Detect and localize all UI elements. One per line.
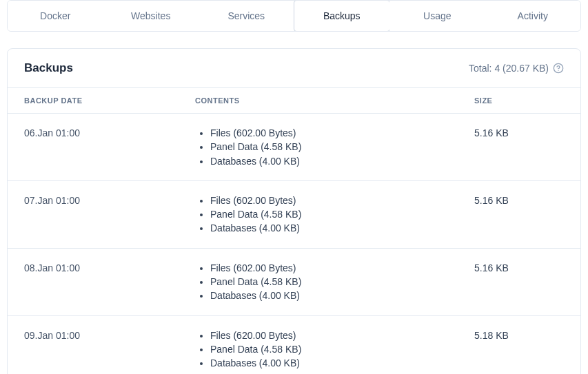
table-row[interactable]: 06.Jan 01:00Files (602.00 Bytes)Panel Da… xyxy=(8,114,580,181)
tab-activity[interactable]: Activity xyxy=(485,1,581,31)
tab-websites[interactable]: Websites xyxy=(103,1,199,31)
list-item: Files (602.00 Bytes) xyxy=(210,194,474,207)
backup-size: 5.16 KB xyxy=(474,126,564,168)
backups-panel: Backups Total: 4 (20.67 KB) BACKUP DATE … xyxy=(7,48,581,374)
backup-size: 5.18 KB xyxy=(474,329,564,371)
list-item: Databases (4.00 KB) xyxy=(210,221,474,235)
tab-services[interactable]: Services xyxy=(199,1,294,31)
list-item: Databases (4.00 KB) xyxy=(210,154,474,168)
column-header-date: BACKUP DATE xyxy=(24,96,195,105)
table-row[interactable]: 07.Jan 01:00Files (602.00 Bytes)Panel Da… xyxy=(8,181,580,249)
backup-date: 08.Jan 01:00 xyxy=(24,261,195,303)
column-headers: BACKUP DATE CONTENTS SIZE xyxy=(8,88,580,114)
backup-contents: Files (620.00 Bytes)Panel Data (4.58 KB)… xyxy=(195,329,474,371)
backup-date: 06.Jan 01:00 xyxy=(24,126,195,168)
backup-date: 07.Jan 01:00 xyxy=(24,194,195,236)
total-text: Total: 4 (20.67 KB) xyxy=(469,63,549,74)
list-item: Databases (4.00 KB) xyxy=(210,356,474,370)
list-item: Databases (4.00 KB) xyxy=(210,289,474,302)
list-item: Files (602.00 Bytes) xyxy=(210,261,474,275)
table-row[interactable]: 08.Jan 01:00Files (602.00 Bytes)Panel Da… xyxy=(8,249,580,316)
backup-date: 09.Jan 01:00 xyxy=(24,329,195,371)
tab-usage[interactable]: Usage xyxy=(389,1,485,31)
backup-contents: Files (602.00 Bytes)Panel Data (4.58 KB)… xyxy=(195,126,474,168)
panel-title: Backups xyxy=(24,61,73,75)
column-header-contents: CONTENTS xyxy=(195,96,474,105)
list-item: Panel Data (4.58 KB) xyxy=(210,207,474,221)
panel-total: Total: 4 (20.67 KB) xyxy=(469,63,564,74)
backup-contents: Files (602.00 Bytes)Panel Data (4.58 KB)… xyxy=(195,194,474,236)
list-item: Files (602.00 Bytes) xyxy=(210,126,474,140)
backup-size: 5.16 KB xyxy=(474,194,564,236)
list-item: Panel Data (4.58 KB) xyxy=(210,140,474,154)
list-item: Files (620.00 Bytes) xyxy=(210,329,474,342)
table-row[interactable]: 09.Jan 01:00Files (620.00 Bytes)Panel Da… xyxy=(8,316,580,374)
tab-backups[interactable]: Backups xyxy=(294,0,391,32)
backup-rows: 06.Jan 01:00Files (602.00 Bytes)Panel Da… xyxy=(8,114,580,374)
column-header-size: SIZE xyxy=(474,96,564,105)
panel-header: Backups Total: 4 (20.67 KB) xyxy=(8,49,580,88)
tabs-nav: Docker Websites Services Backups Usage A… xyxy=(7,0,581,32)
list-item: Panel Data (4.58 KB) xyxy=(210,275,474,289)
tab-docker[interactable]: Docker xyxy=(8,1,103,31)
help-icon[interactable] xyxy=(553,63,564,74)
backup-size: 5.16 KB xyxy=(474,261,564,303)
list-item: Panel Data (4.58 KB) xyxy=(210,342,474,356)
backup-contents: Files (602.00 Bytes)Panel Data (4.58 KB)… xyxy=(195,261,474,303)
